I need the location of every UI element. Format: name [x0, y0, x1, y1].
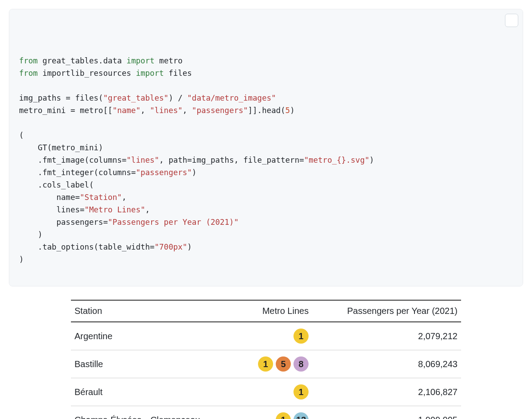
cell-station: Bérault	[71, 378, 239, 406]
cell-passengers: 2,079,212	[312, 322, 461, 350]
code-block: from great_tables.data import metro from…	[9, 9, 523, 286]
cell-lines: 113	[239, 406, 312, 419]
col-header-station: Station	[71, 300, 239, 322]
col-header-lines: Metro Lines	[239, 300, 312, 322]
table-row: Bastille1588,069,243	[71, 350, 461, 378]
table-header-row: Station Metro Lines Passengers per Year …	[71, 300, 461, 322]
metro-line-1-icon: 1	[293, 329, 309, 344]
copy-button[interactable]	[505, 14, 518, 27]
metro-line-13-icon: 13	[293, 412, 309, 419]
metro-line-5-icon: 5	[276, 356, 291, 372]
cell-station: Argentine	[71, 322, 239, 350]
cell-passengers: 1,909,005	[312, 406, 461, 419]
table-row: Champs-Élysées—Clemenceau1131,909,005	[71, 406, 461, 419]
metro-line-1-icon: 1	[258, 356, 273, 372]
cell-passengers: 2,106,827	[312, 378, 461, 406]
cell-lines: 1	[239, 378, 312, 406]
metro-table: Station Metro Lines Passengers per Year …	[71, 300, 461, 419]
cell-passengers: 8,069,243	[312, 350, 461, 378]
code-content: from great_tables.data import metro from…	[19, 55, 513, 266]
output-table-wrap: Station Metro Lines Passengers per Year …	[9, 300, 523, 419]
metro-line-1-icon: 1	[293, 384, 309, 399]
clipboard-icon	[494, 9, 523, 39]
cell-lines: 1	[239, 322, 312, 350]
cell-station: Champs-Élysées—Clemenceau	[71, 406, 239, 419]
metro-line-1-icon: 1	[276, 412, 291, 419]
metro-line-8-icon: 8	[293, 356, 309, 372]
table-row: Bérault12,106,827	[71, 378, 461, 406]
table-row: Argentine12,079,212	[71, 322, 461, 350]
cell-station: Bastille	[71, 350, 239, 378]
col-header-passengers: Passengers per Year (2021)	[312, 300, 461, 322]
cell-lines: 158	[239, 350, 312, 378]
